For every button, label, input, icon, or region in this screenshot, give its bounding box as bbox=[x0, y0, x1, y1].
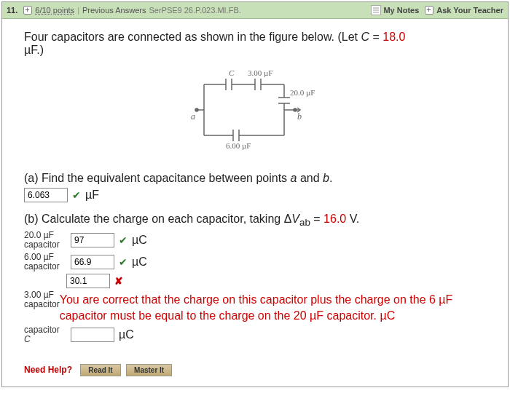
part-a-unit: µF bbox=[85, 189, 99, 202]
part-a-before: (a) Find the equivalent capacitance betw… bbox=[24, 172, 291, 184]
input-3uf[interactable] bbox=[66, 274, 110, 288]
label-3uf-top: 3.00 µF bbox=[24, 290, 54, 300]
part-b-v: V bbox=[291, 213, 299, 225]
intro-text: Four capacitors are connected as shown i… bbox=[24, 31, 486, 57]
input-c[interactable] bbox=[71, 328, 114, 342]
fig-node-b: b bbox=[297, 111, 302, 122]
row-3uf-feedback-wrap: 3.00 µF capacitor You are correct that t… bbox=[24, 290, 486, 323]
part-b-before: (b) Calculate the charge on each capacit… bbox=[24, 213, 291, 225]
c-value: 18.0 bbox=[382, 31, 405, 43]
need-help-label: Need Help? bbox=[24, 365, 72, 375]
intro-unit-line: µF.) bbox=[24, 44, 44, 56]
ask-teacher-link[interactable]: Ask Your Teacher bbox=[436, 6, 503, 15]
circuit-figure: C 3.00 µF 20.0 µF 6.00 µF a b bbox=[24, 63, 486, 159]
part-a-answer-row: ✔ µF bbox=[24, 188, 486, 202]
source-code: SerPSE9 26.P.023.MI.FB. bbox=[149, 6, 240, 15]
check-icon: ✔ bbox=[72, 189, 81, 201]
my-notes-link[interactable]: My Notes bbox=[383, 6, 419, 15]
label-3uf: 3.00 µF capacitor bbox=[24, 290, 60, 323]
master-it-button[interactable]: Master It bbox=[126, 364, 172, 376]
question-number: 11. bbox=[7, 6, 17, 15]
row-20uf: 20.0 µF capacitor ✔ µC bbox=[24, 231, 486, 250]
part-a-prompt: (a) Find the equivalent capacitance betw… bbox=[24, 172, 486, 185]
notes-icon bbox=[371, 5, 381, 15]
fig-20uf-label: 20.0 µF bbox=[290, 88, 315, 97]
question-container: 11. 6/10 points | Previous Answers SerPS… bbox=[1, 1, 509, 387]
expand-icon[interactable] bbox=[23, 6, 32, 15]
row-c: capacitor C µC bbox=[24, 325, 486, 344]
cross-icon: ✘ bbox=[114, 275, 123, 287]
label-6uf-top: 6.00 µF bbox=[24, 252, 54, 262]
label-20uf-top: 20.0 µF bbox=[24, 230, 54, 240]
part-a-b: b bbox=[323, 172, 329, 184]
question-header: 11. 6/10 points | Previous Answers SerPS… bbox=[2, 2, 508, 19]
label-c-bot: C bbox=[24, 334, 31, 344]
check-icon: ✔ bbox=[119, 234, 128, 246]
intro-equals: = bbox=[369, 31, 382, 43]
ask-icon bbox=[425, 6, 434, 15]
help-row: Need Help? Read It Master It bbox=[24, 364, 486, 376]
input-20uf[interactable] bbox=[71, 233, 114, 247]
label-6uf: 6.00 µF capacitor bbox=[24, 253, 66, 272]
label-20uf: 20.0 µF capacitor bbox=[24, 231, 66, 250]
input-6uf[interactable] bbox=[71, 255, 114, 269]
c-variable: C bbox=[361, 31, 369, 43]
intro-before: Four capacitors are connected as shown i… bbox=[24, 31, 361, 43]
row-3uf-input: ✘ bbox=[66, 274, 486, 288]
label-c-top: capacitor bbox=[24, 325, 60, 335]
label-20uf-bot: capacitor bbox=[24, 239, 60, 250]
separator: | bbox=[77, 6, 79, 15]
unit-20uf: µC bbox=[132, 234, 147, 247]
unit-c: µC bbox=[119, 328, 134, 341]
part-b-prompt: (b) Calculate the charge on each capacit… bbox=[24, 213, 486, 228]
fig-3uf-label: 3.00 µF bbox=[248, 68, 272, 77]
row-6uf: 6.00 µF capacitor ✔ µC bbox=[24, 253, 486, 272]
part-b-eq: = bbox=[310, 213, 323, 225]
part-a-after: . bbox=[329, 172, 332, 184]
previous-answers-link[interactable]: Previous Answers bbox=[82, 6, 146, 15]
unit-6uf: µC bbox=[132, 255, 147, 269]
read-it-button[interactable]: Read It bbox=[80, 364, 120, 376]
part-a-and: and bbox=[297, 172, 323, 184]
fig-6uf-label: 6.00 µF bbox=[226, 141, 251, 150]
feedback-text: You are correct that the charge on this … bbox=[60, 292, 486, 323]
dv-value: 16.0 bbox=[323, 213, 346, 225]
points-link[interactable]: 6/10 points bbox=[35, 6, 74, 15]
label-6uf-bot: capacitor bbox=[24, 261, 60, 272]
part-b-ab: ab bbox=[299, 217, 310, 228]
part-a-input[interactable] bbox=[24, 188, 68, 202]
circuit-svg: C 3.00 µF 20.0 µF 6.00 µF a b bbox=[175, 63, 335, 157]
check-icon: ✔ bbox=[119, 256, 128, 268]
fig-c-label: C bbox=[229, 68, 235, 77]
label-3uf-bot: capacitor bbox=[24, 299, 60, 309]
label-c: capacitor C bbox=[24, 325, 66, 344]
part-b-volts: V. bbox=[346, 213, 359, 225]
fig-node-a: a bbox=[191, 111, 195, 122]
question-content: Four capacitors are connected as shown i… bbox=[2, 19, 508, 387]
